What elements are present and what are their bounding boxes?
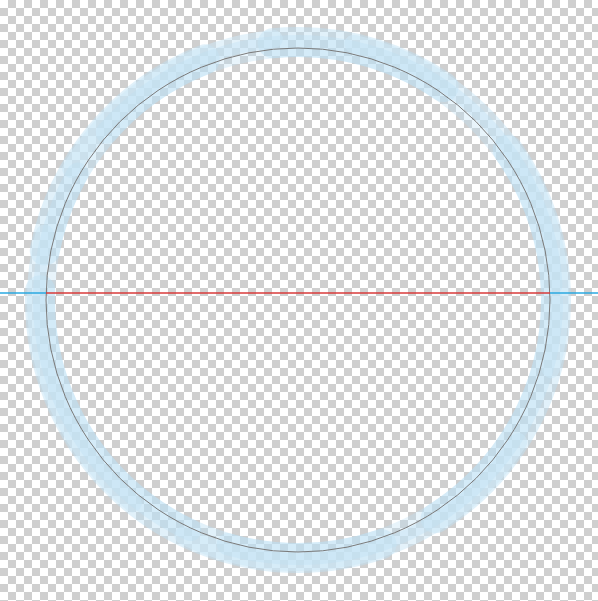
work-path-overlay	[0, 0, 598, 601]
selection-highlight-ring	[36, 38, 560, 562]
highlight-arc-layer-3	[44, 46, 552, 554]
transparent-canvas[interactable]	[0, 0, 598, 601]
